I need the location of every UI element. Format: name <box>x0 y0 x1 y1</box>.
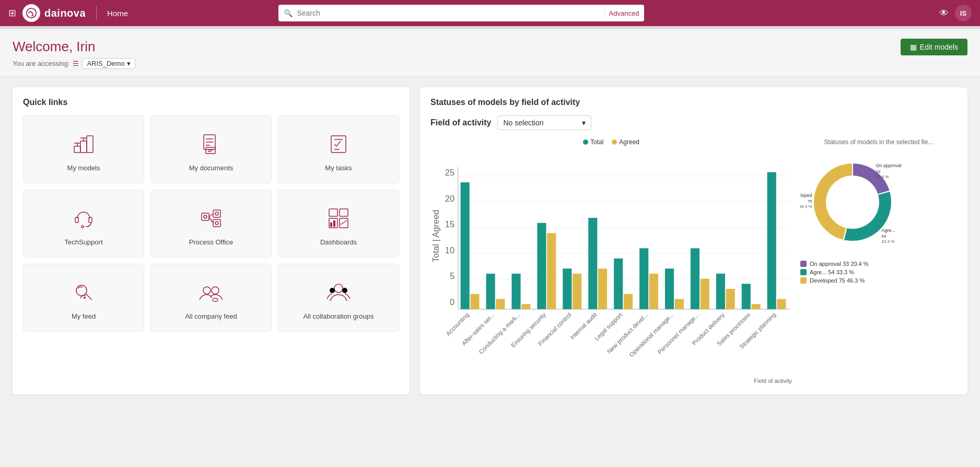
field-activity-dropdown[interactable]: No selection ▾ <box>497 115 591 130</box>
my-documents-icon <box>199 132 224 164</box>
svg-rect-35 <box>333 220 335 227</box>
svg-text:20.4 %: 20.4 % <box>876 174 889 179</box>
database-selector[interactable]: ARIS_Demo ▾ <box>82 58 135 69</box>
home-link[interactable]: Home <box>107 9 128 18</box>
welcome-text: Welcome, Irin <box>13 39 135 55</box>
svg-rect-67 <box>537 223 546 309</box>
all-collaboration-groups-label: All collaboration groups <box>303 312 374 320</box>
tech-support-icon <box>71 206 96 238</box>
svg-text:75: 75 <box>808 199 812 204</box>
legend-agreed-label: Agreed <box>619 138 639 146</box>
svg-point-41 <box>213 298 218 301</box>
svg-rect-22 <box>202 213 209 220</box>
svg-text:33.3 %: 33.3 % <box>881 239 894 244</box>
svg-rect-12 <box>206 147 215 154</box>
donut-title: Statuses of models in the selected fie..… <box>800 138 957 146</box>
charts-row: Total Agreed 25 20 15 10 5 0 <box>430 138 957 384</box>
search-icon: 🔍 <box>284 9 293 17</box>
quick-link-all-company-feed[interactable]: All company feed <box>150 264 272 332</box>
svg-point-107 <box>826 176 879 228</box>
svg-line-36 <box>341 220 347 225</box>
edit-models-label: Edit models <box>920 43 958 51</box>
quick-link-my-models[interactable]: My models <box>23 115 144 183</box>
svg-point-39 <box>203 287 211 294</box>
no-selection-label: No selection <box>503 119 543 127</box>
bar-chart-area: Total Agreed 25 20 15 10 5 0 <box>430 138 792 384</box>
accessing-label: You are accessing: <box>13 60 69 67</box>
svg-point-28 <box>215 212 218 215</box>
my-tasks-label: My tasks <box>325 164 352 172</box>
quick-link-all-collaboration-groups[interactable]: All collaboration groups <box>278 264 399 332</box>
edit-models-button[interactable]: ▦ Edit models <box>901 39 967 55</box>
search-bar: 🔍 Advanced <box>278 5 644 21</box>
topnav-right: 👁 IS <box>939 5 972 21</box>
statuses-title: Statuses of models by field of activity <box>430 98 957 107</box>
my-tasks-icon <box>326 132 351 164</box>
svg-rect-71 <box>573 274 581 309</box>
quick-links-grid: My models My documents My tasks TechSupp… <box>23 115 399 332</box>
eye-icon[interactable]: 👁 <box>939 8 949 19</box>
svg-text:Total | Agreed: Total | Agreed <box>431 210 440 262</box>
accessing-row: You are accessing: ☰ ARIS_Demo ▾ <box>13 58 135 69</box>
my-feed-label: My feed <box>72 312 96 320</box>
svg-rect-77 <box>624 294 633 309</box>
user-avatar[interactable]: IS <box>955 5 972 21</box>
logo[interactable]: dainova <box>22 4 86 22</box>
all-collaboration-groups-icon <box>326 280 351 312</box>
svg-rect-88 <box>716 274 725 309</box>
chart-x-label: Field of activity <box>430 378 792 384</box>
svg-point-21 <box>81 226 84 228</box>
total-dot <box>583 139 588 145</box>
svg-text:46.3 %: 46.3 % <box>800 204 812 209</box>
quick-link-dashboards[interactable]: Dashboards <box>278 190 399 258</box>
svg-text:15: 15 <box>445 219 454 229</box>
quick-links-panel: Quick links My models My documents My ta… <box>13 87 410 394</box>
svg-line-25 <box>209 214 213 217</box>
svg-text:Operational manage...: Operational manage... <box>628 311 674 358</box>
svg-rect-91 <box>742 284 751 309</box>
grid-icon[interactable]: ⊞ <box>8 7 16 19</box>
legend-color <box>800 261 807 267</box>
svg-rect-23 <box>213 210 220 217</box>
svg-rect-64 <box>511 274 520 309</box>
svg-point-29 <box>215 221 218 225</box>
quick-link-process-office[interactable]: Process Office <box>150 190 272 258</box>
advanced-search-link[interactable]: Advanced <box>604 9 639 17</box>
svg-rect-18 <box>75 217 78 223</box>
quick-links-title: Quick links <box>23 98 399 107</box>
legend-label: Agre... 54 33.3 % <box>810 269 854 275</box>
svg-rect-24 <box>213 219 220 227</box>
svg-rect-3 <box>87 136 93 153</box>
svg-rect-82 <box>665 268 674 309</box>
quick-link-tech-support[interactable]: TechSupport <box>23 190 144 258</box>
quick-link-my-tasks[interactable]: My tasks <box>278 115 399 183</box>
quick-link-my-documents[interactable]: My documents <box>150 115 272 183</box>
quick-link-my-feed[interactable]: My feed <box>23 264 144 332</box>
svg-text:On approval: On approval <box>876 163 902 168</box>
svg-rect-73 <box>588 218 597 309</box>
svg-text:54: 54 <box>881 234 886 239</box>
my-feed-icon <box>71 280 96 312</box>
dashboards-label: Dashboards <box>320 238 357 246</box>
db-icon: ☰ <box>73 60 79 67</box>
svg-rect-59 <box>470 294 479 309</box>
edit-models-icon: ▦ <box>910 43 917 51</box>
svg-rect-83 <box>675 299 684 309</box>
svg-point-38 <box>84 297 86 299</box>
svg-rect-19 <box>89 217 92 223</box>
svg-rect-80 <box>649 274 658 309</box>
svg-text:Accounting: Accounting <box>445 311 470 337</box>
svg-rect-95 <box>777 299 786 309</box>
database-name: ARIS_Demo <box>87 60 124 67</box>
svg-text:10: 10 <box>445 246 454 255</box>
svg-text:33: 33 <box>876 169 881 174</box>
svg-text:Agre...: Agre... <box>881 228 895 233</box>
welcome-block: Welcome, Irin You are accessing: ☰ ARIS_… <box>13 39 135 69</box>
dropdown-arrow: ▾ <box>127 60 131 67</box>
all-company-feed-label: All company feed <box>185 312 237 320</box>
tech-support-label: TechSupport <box>65 238 103 246</box>
svg-text:0: 0 <box>450 297 454 307</box>
legend-color <box>800 269 807 275</box>
search-input[interactable] <box>297 9 600 17</box>
svg-rect-1 <box>74 146 80 153</box>
